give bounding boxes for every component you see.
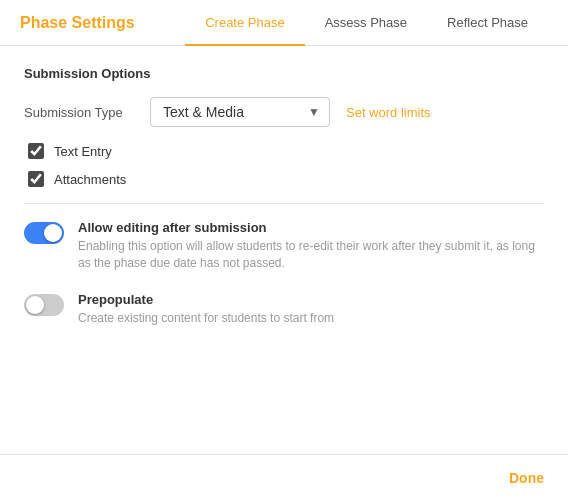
- text-entry-checkbox-row: Text Entry: [28, 143, 544, 159]
- page-header: Phase Settings Create Phase Assess Phase…: [0, 0, 568, 46]
- page-footer: Done: [0, 454, 568, 500]
- done-button[interactable]: Done: [509, 470, 544, 486]
- section-divider: [24, 203, 544, 204]
- submission-type-label: Submission Type: [24, 105, 134, 120]
- prepopulate-toggle[interactable]: [24, 294, 64, 316]
- phase-tabs: Create Phase Assess Phase Reflect Phase: [185, 0, 548, 46]
- allow-editing-title: Allow editing after submission: [78, 220, 544, 235]
- text-entry-label: Text Entry: [54, 144, 112, 159]
- attachments-checkbox[interactable]: [28, 171, 44, 187]
- submission-type-row: Submission Type Text & Media Media Only …: [24, 97, 544, 127]
- attachments-checkbox-row: Attachments: [28, 171, 544, 187]
- allow-editing-row: Allow editing after submission Enabling …: [24, 220, 544, 272]
- set-word-limits-link[interactable]: Set word limits: [346, 105, 431, 120]
- page-title: Phase Settings: [20, 14, 135, 32]
- allow-editing-toggle[interactable]: [24, 222, 64, 244]
- submission-options-title: Submission Options: [24, 66, 544, 81]
- prepopulate-desc: Create existing content for students to …: [78, 310, 334, 327]
- prepopulate-title: Prepopulate: [78, 292, 334, 307]
- attachments-label: Attachments: [54, 172, 126, 187]
- submission-type-select[interactable]: Text & Media Media Only Text Only: [150, 97, 330, 127]
- prepopulate-row: Prepopulate Create existing content for …: [24, 292, 544, 327]
- prepopulate-text: Prepopulate Create existing content for …: [78, 292, 334, 327]
- submission-type-select-wrapper: Text & Media Media Only Text Only ▼: [150, 97, 330, 127]
- tab-create[interactable]: Create Phase: [185, 0, 305, 46]
- allow-editing-text: Allow editing after submission Enabling …: [78, 220, 544, 272]
- allow-editing-desc: Enabling this option will allow students…: [78, 238, 544, 272]
- tab-assess[interactable]: Assess Phase: [305, 0, 427, 46]
- main-content: Submission Options Submission Type Text …: [0, 46, 568, 366]
- tab-reflect[interactable]: Reflect Phase: [427, 0, 548, 46]
- text-entry-checkbox[interactable]: [28, 143, 44, 159]
